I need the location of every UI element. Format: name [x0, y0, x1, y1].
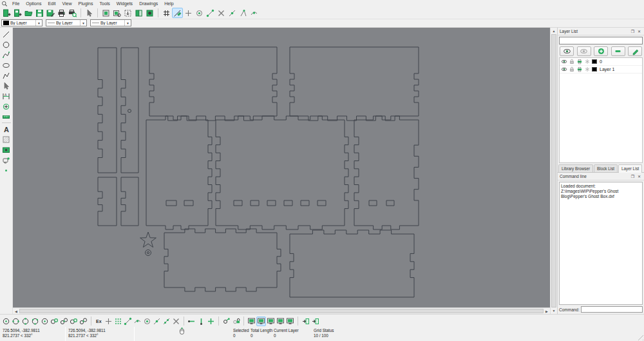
circle-center-point-button[interactable]: [1, 317, 11, 326]
layer-print-icon[interactable]: [576, 59, 583, 65]
modify-tool-button[interactable]: [1, 101, 12, 112]
menu-drawings[interactable]: Drawings: [136, 0, 161, 7]
drawing-canvas[interactable]: [13, 28, 550, 307]
circle-tool-button[interactable]: [1, 39, 12, 50]
divider-strip-3-outline[interactable]: [98, 177, 117, 226]
exclusive-snap-label[interactable]: Ex: [94, 319, 104, 324]
print-button[interactable]: [56, 8, 67, 18]
cad-drawing[interactable]: [13, 28, 550, 307]
circle-concentric-button[interactable]: [40, 317, 50, 326]
horizontal-scrollbar[interactable]: ◀ ▶: [13, 307, 550, 314]
star-outline[interactable]: [140, 232, 156, 248]
show-all-layers-button[interactable]: [560, 46, 574, 56]
snap-free-button[interactable]: [104, 317, 113, 326]
view-toggle-5-button[interactable]: [285, 317, 295, 326]
pen-color-combobox[interactable]: By Layer▼: [1, 19, 43, 26]
layer-lock-icon[interactable]: [569, 59, 575, 65]
vertical-scrollbar[interactable]: ▲ ▼: [550, 28, 557, 314]
hatch-tool-button[interactable]: [1, 134, 12, 144]
zoom-auto-button[interactable]: [122, 8, 133, 18]
top-panel-left-outline[interactable]: [149, 47, 277, 121]
grid-toggle-button[interactable]: [161, 8, 172, 18]
menu-file[interactable]: File: [9, 0, 23, 7]
block-tool-button[interactable]: [1, 155, 12, 165]
pen-width-combobox[interactable]: By Layer▼: [46, 19, 87, 26]
image-tool-button[interactable]: [1, 144, 12, 155]
open-file-button[interactable]: [23, 8, 34, 18]
circle-3-points-button[interactable]: [30, 317, 40, 326]
slot-cutout[interactable]: [317, 200, 326, 206]
pen-linetype-combobox[interactable]: By Layer▼: [90, 19, 131, 26]
menu-widgets[interactable]: Widgets: [113, 0, 136, 7]
zoom-redraw-button[interactable]: [100, 8, 111, 18]
point-tool-button[interactable]: [1, 165, 12, 175]
menu-help[interactable]: Help: [161, 0, 176, 7]
menu-options[interactable]: Options: [23, 0, 44, 7]
snap-grid-button[interactable]: [113, 317, 123, 326]
layer-visible-icon[interactable]: [561, 66, 567, 73]
circle-cutout[interactable]: [146, 250, 151, 256]
circle-tangential-radius-button[interactable]: [69, 317, 79, 326]
layer-construction-icon[interactable]: [584, 66, 591, 73]
zoom-previous-button[interactable]: [144, 8, 155, 18]
scroll-right-icon[interactable]: ▶: [544, 308, 550, 314]
close-panel-icon[interactable]: ✕: [636, 28, 642, 34]
restrict-nothing-button[interactable]: [206, 317, 216, 326]
text-tool-button[interactable]: A: [1, 124, 12, 134]
hide-all-layers-button[interactable]: [577, 46, 591, 56]
snap-free-button[interactable]: [183, 8, 194, 18]
scroll-up-icon[interactable]: ▲: [551, 28, 557, 34]
ucs-toggle-2-button[interactable]: [310, 317, 320, 326]
layer-filter-input[interactable]: [559, 37, 643, 44]
restrict-horizontal-button[interactable]: [187, 317, 196, 326]
divider-strip-1-outline[interactable]: [98, 48, 117, 173]
layer-print-icon[interactable]: [576, 66, 583, 73]
lock-relative-zero-button[interactable]: [231, 317, 241, 326]
slot-cutout[interactable]: [251, 200, 259, 206]
close-panel-icon[interactable]: ✕: [636, 173, 642, 179]
circle-tangential-2-button[interactable]: [50, 317, 59, 326]
snap-middle-button[interactable]: [152, 317, 162, 326]
select-tool-button[interactable]: [1, 81, 12, 91]
side-panel-center-outline[interactable]: [216, 116, 348, 229]
exclusive-snap-mode-button[interactable]: [172, 8, 183, 18]
snap-center-button[interactable]: [194, 8, 205, 18]
slot-cutout[interactable]: [369, 200, 377, 206]
scroll-left-icon[interactable]: ◀: [13, 308, 19, 314]
slot-cutout[interactable]: [386, 200, 394, 206]
spline-tool-button[interactable]: [1, 50, 12, 60]
new-from-template-button[interactable]: [12, 8, 23, 18]
remove-layer-button[interactable]: [611, 46, 625, 56]
line-tool-button[interactable]: [1, 29, 12, 39]
slot-cutout[interactable]: [234, 200, 242, 206]
snap-center-button[interactable]: [142, 317, 152, 326]
bottom-panel-right-outline[interactable]: [290, 230, 414, 297]
save-button[interactable]: [34, 8, 45, 18]
scroll-down-icon[interactable]: ▼: [551, 307, 557, 314]
edit-layer-button[interactable]: [628, 46, 642, 56]
restrict-vertical-button[interactable]: [196, 317, 206, 326]
print-preview-button[interactable]: [67, 8, 78, 18]
bottom-panel-left-outline[interactable]: [164, 229, 281, 291]
slot-cutout[interactable]: [166, 200, 176, 206]
slot-cutout[interactable]: [267, 200, 276, 206]
circle-cutout[interactable]: [147, 251, 149, 253]
slot-cutout[interactable]: [284, 200, 292, 206]
snap-auto-button[interactable]: [238, 8, 249, 18]
layer-color-swatch[interactable]: [592, 67, 597, 72]
circle-tangential-2p-button[interactable]: [59, 317, 69, 326]
side-panel-right-outline[interactable]: [354, 116, 419, 229]
divider-strip-4-outline[interactable]: [121, 177, 138, 226]
measure-tool-button[interactable]: [1, 112, 12, 122]
circle-tangential-3-button[interactable]: [79, 317, 88, 326]
menu-edit[interactable]: Edit: [44, 0, 59, 7]
vertical-scroll-thumb[interactable]: [551, 34, 556, 307]
layer-construction-icon[interactable]: [584, 59, 591, 65]
polyline-tool-button[interactable]: [1, 70, 12, 81]
layer-row[interactable]: Layer 1: [560, 66, 642, 73]
new-drawing-button[interactable]: [1, 8, 12, 18]
menu-tools[interactable]: Tools: [96, 0, 113, 7]
snap-middle-button[interactable]: [227, 8, 238, 18]
view-toggle-4-button[interactable]: [276, 317, 285, 326]
add-layer-button[interactable]: [594, 46, 608, 56]
